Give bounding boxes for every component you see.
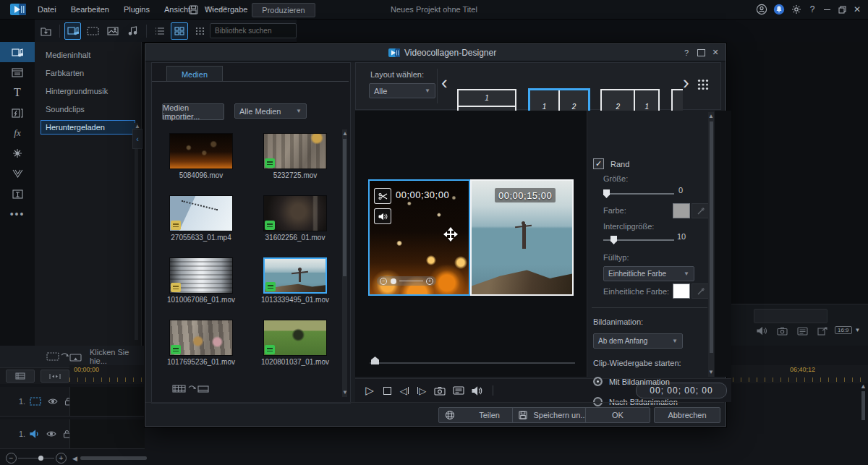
menu-bearbeiten[interactable]: Bearbeiten [64,0,116,19]
dialog-maximize-icon[interactable] [694,47,708,59]
settings-scrollbar[interactable]: ▲ ▼ [708,112,714,377]
tab-medien[interactable]: Medien [166,66,223,82]
media-item-thumb[interactable] [263,320,327,356]
rail-more-icon[interactable]: ••• [0,204,35,224]
library-item-medieninhalt[interactable]: Medieninhalt [41,48,135,62]
audio-track-eye-icon[interactable] [46,430,56,438]
collage-clip2[interactable]: 00;00;15;00 [470,179,574,296]
library-item-farbkarten[interactable]: Farbkarten [41,66,135,80]
rail-sticker-room-icon[interactable] [0,163,35,184]
undo-icon[interactable] [203,4,216,15]
volume-icon[interactable] [468,386,487,396]
clip1-trim-scissors-icon[interactable] [374,188,391,204]
settings-scroll-up-icon[interactable]: ▲ [708,112,714,119]
timeline-scroll-up-icon[interactable]: ▲ [860,383,867,390]
library-scrollbar[interactable]: ▲ [135,123,138,340]
media-item-thumb[interactable] [263,195,327,231]
minimize-icon[interactable] [822,9,832,10]
timeline-vscrollbar[interactable] [861,391,865,420]
media-item-thumb[interactable] [169,133,233,169]
animation-dropdown[interactable]: Ab dem Anfang ▼ [593,333,683,349]
import-media-icon[interactable] [38,22,55,40]
produce-button[interactable]: Produzieren [252,3,315,17]
media-scroll-up-icon[interactable]: ▲ [342,129,347,137]
clip1-zoom-thumb[interactable] [391,278,396,284]
media-item-thumb-selected[interactable] [263,257,327,294]
import-media-button[interactable]: Medien importier... [162,103,224,120]
move-crosshair-icon[interactable] [442,226,459,243]
preview-snapshot-icon[interactable] [777,327,788,336]
dialog-close-icon[interactable]: ✕ [708,47,723,59]
preview-popout-icon[interactable] [817,327,827,336]
timeline-zoom-out-icon[interactable]: − [6,453,17,464]
size-slider-thumb[interactable] [603,189,610,198]
layout-grid-view-icon[interactable] [697,79,709,90]
preview-seek-slider[interactable] [370,357,575,367]
rail-subtitle-room-icon[interactable] [0,184,35,204]
dialog-title-bar[interactable]: Videocollagen-Designer ? ✕ [145,44,726,61]
rail-media-room-icon[interactable] [0,42,35,62]
timeline-zoom-slider-thumb[interactable] [38,456,43,461]
layout-filter-dropdown[interactable]: Alle ▼ [369,83,435,98]
video-track-eye-icon[interactable] [48,398,58,405]
menu-plugins[interactable]: Plugins [116,0,157,19]
media-item-thumb[interactable] [169,195,233,231]
menu-datei[interactable]: Datei [30,0,64,19]
list-view-icon[interactable] [151,22,169,40]
save-project-icon[interactable] [187,4,200,15]
media-room-icon[interactable] [64,22,82,40]
media-filter-dropdown[interactable]: Alle Medien ▼ [234,103,307,119]
timeline-hscrollbar[interactable] [80,456,147,460]
aspect-ratio-control[interactable]: 16:9 ▼ [835,326,861,334]
media-scrollbar-thumb[interactable] [343,139,346,276]
rail-particle-room-icon[interactable] [0,143,35,163]
clip-info-icon[interactable] [449,386,468,395]
preview-info-icon[interactable] [797,327,808,336]
fill-color-swatch[interactable] [673,283,690,299]
media-item-thumb[interactable] [263,133,327,169]
timeline-zoom-slider[interactable] [18,458,54,458]
collage-clip1-selected[interactable]: 00;00;30;00 − + [368,179,470,296]
fit-timeline-icon[interactable] [41,370,69,383]
video-overlay-room-icon[interactable] [84,22,101,40]
previous-frame-icon[interactable]: ◁ [396,385,413,396]
rail-template-room-icon[interactable] [0,62,35,82]
border-color-swatch[interactable] [673,203,690,218]
size-slider[interactable] [603,189,674,195]
layout-next-arrow-icon[interactable]: › [683,73,689,92]
audio-track-lane[interactable] [69,419,145,448]
media-item-thumb[interactable] [169,257,233,294]
media-scroll-down-icon[interactable]: ▼ [342,390,347,396]
library-item-hintergrundmusik[interactable]: Hintergrundmusik [41,84,135,98]
border-checkbox[interactable]: ✓ [593,158,604,169]
video-track-lane[interactable] [69,387,145,416]
settings-scroll-down-icon[interactable]: ▼ [708,370,714,375]
library-item-heruntergeladen[interactable]: Heruntergeladen [41,120,135,135]
clip1-audio-icon[interactable] [374,208,391,224]
clip1-zoom-out-icon[interactable]: − [380,278,387,285]
music-room-icon[interactable] [124,22,142,40]
ok-button[interactable]: OK [585,407,650,423]
library-item-soundclips[interactable]: Soundclips [41,102,135,116]
preview-volume-icon[interactable] [757,326,767,336]
radio-with-animation[interactable] [593,377,603,386]
snapshot-camera-icon[interactable] [430,386,449,396]
seek-slider-thumb[interactable] [371,357,379,364]
collapse-library-arrow[interactable]: ‹ [132,129,142,149]
save-as-button[interactable]: Speichern un... [512,407,588,423]
layout-prev-arrow-icon[interactable]: ‹ [441,73,448,92]
share-button[interactable]: Teilen [438,407,514,423]
play-icon[interactable]: ▷ [361,384,378,397]
photo-room-icon[interactable] [104,22,122,40]
account-icon[interactable] [755,4,768,15]
dimmed-preview-button[interactable] [754,309,827,323]
timeline-ruler-left[interactable]: 00;00;00 [69,365,145,383]
timeline-scroll-left-icon[interactable]: ◀ [72,455,77,462]
dialog-help-icon[interactable]: ? [679,47,694,59]
grid-view-icon[interactable] [171,22,188,40]
rail-effect-room-icon[interactable]: fx [0,123,35,143]
thumbnail-size-icon[interactable] [191,22,208,40]
media-grid-scrollbar[interactable]: ▲ ▼ [342,129,347,397]
cancel-button[interactable]: Abbrechen [654,407,720,423]
settings-scrollbar-thumb[interactable] [710,121,713,353]
